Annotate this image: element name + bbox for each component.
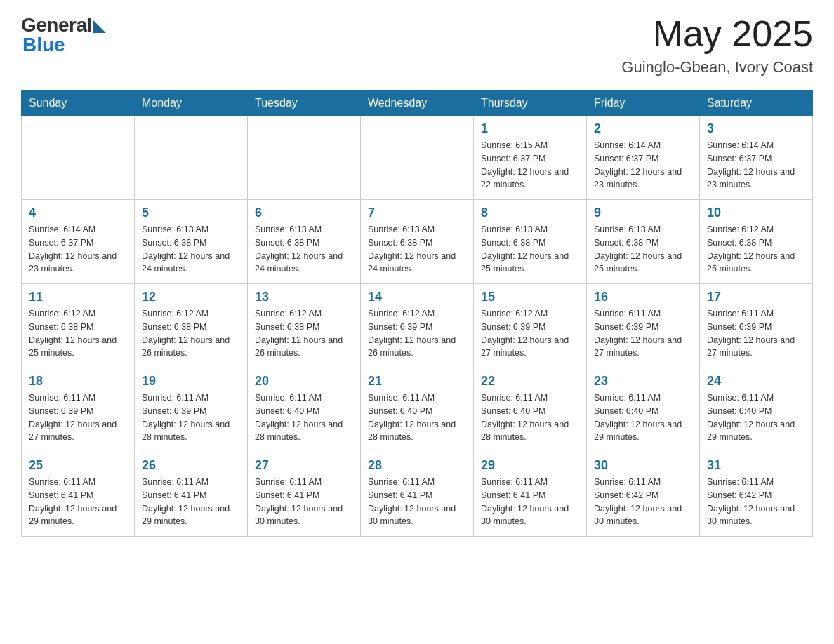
calendar-cell: 8Sunrise: 6:13 AMSunset: 6:38 PMDaylight… — [474, 200, 587, 284]
calendar-cell: 2Sunrise: 6:14 AMSunset: 6:37 PMDaylight… — [587, 116, 700, 200]
day-number: 30 — [594, 458, 692, 473]
day-info: Sunrise: 6:12 AMSunset: 6:38 PMDaylight:… — [142, 307, 240, 360]
calendar-cell: 12Sunrise: 6:12 AMSunset: 6:38 PMDayligh… — [135, 284, 248, 368]
week-row-1: 1Sunrise: 6:15 AMSunset: 6:37 PMDaylight… — [22, 116, 813, 200]
day-number: 16 — [594, 290, 692, 304]
day-number: 22 — [481, 374, 579, 389]
calendar-cell: 20Sunrise: 6:11 AMSunset: 6:40 PMDayligh… — [248, 368, 361, 452]
day-number: 4 — [29, 206, 127, 220]
day-info: Sunrise: 6:14 AMSunset: 6:37 PMDaylight:… — [29, 223, 127, 276]
calendar-cell: 19Sunrise: 6:11 AMSunset: 6:39 PMDayligh… — [135, 368, 248, 452]
day-number: 1 — [481, 121, 579, 136]
title-block: May 2025 Guinglo-Gbean, Ivory Coast — [621, 14, 813, 76]
calendar-header-wednesday: Wednesday — [361, 91, 474, 116]
day-number: 14 — [368, 290, 466, 304]
logo-arrow-icon — [93, 20, 106, 33]
calendar-cell: 11Sunrise: 6:12 AMSunset: 6:38 PMDayligh… — [22, 284, 135, 368]
week-row-4: 18Sunrise: 6:11 AMSunset: 6:39 PMDayligh… — [22, 368, 813, 452]
calendar-cell: 5Sunrise: 6:13 AMSunset: 6:38 PMDaylight… — [135, 200, 248, 284]
day-number: 31 — [707, 458, 805, 473]
day-info: Sunrise: 6:11 AMSunset: 6:40 PMDaylight:… — [255, 391, 353, 444]
logo: General Blue — [21, 14, 106, 56]
day-info: Sunrise: 6:11 AMSunset: 6:39 PMDaylight:… — [594, 307, 692, 360]
day-number: 26 — [142, 458, 240, 473]
day-info: Sunrise: 6:15 AMSunset: 6:37 PMDaylight:… — [481, 139, 579, 192]
calendar-cell: 31Sunrise: 6:11 AMSunset: 6:42 PMDayligh… — [700, 452, 813, 537]
day-number: 15 — [481, 290, 579, 304]
day-info: Sunrise: 6:14 AMSunset: 6:37 PMDaylight:… — [707, 139, 805, 192]
calendar-header-monday: Monday — [135, 91, 248, 116]
calendar-cell: 1Sunrise: 6:15 AMSunset: 6:37 PMDaylight… — [474, 116, 587, 200]
calendar-cell — [135, 116, 248, 200]
calendar-cell — [248, 116, 361, 200]
day-info: Sunrise: 6:11 AMSunset: 6:40 PMDaylight:… — [368, 391, 466, 444]
day-info: Sunrise: 6:11 AMSunset: 6:40 PMDaylight:… — [594, 391, 692, 444]
day-number: 19 — [142, 374, 240, 389]
day-number: 18 — [29, 374, 127, 389]
day-number: 20 — [255, 374, 353, 389]
day-info: Sunrise: 6:11 AMSunset: 6:39 PMDaylight:… — [142, 391, 240, 444]
day-number: 5 — [142, 206, 240, 220]
day-number: 7 — [368, 206, 466, 220]
calendar-cell: 26Sunrise: 6:11 AMSunset: 6:41 PMDayligh… — [135, 452, 248, 537]
calendar-cell: 9Sunrise: 6:13 AMSunset: 6:38 PMDaylight… — [587, 200, 700, 284]
calendar-cell: 16Sunrise: 6:11 AMSunset: 6:39 PMDayligh… — [587, 284, 700, 368]
calendar-cell: 22Sunrise: 6:11 AMSunset: 6:40 PMDayligh… — [474, 368, 587, 452]
day-number: 12 — [142, 290, 240, 304]
week-row-5: 25Sunrise: 6:11 AMSunset: 6:41 PMDayligh… — [22, 452, 813, 537]
day-info: Sunrise: 6:12 AMSunset: 6:38 PMDaylight:… — [255, 307, 353, 360]
day-info: Sunrise: 6:11 AMSunset: 6:39 PMDaylight:… — [29, 391, 127, 444]
calendar-cell: 18Sunrise: 6:11 AMSunset: 6:39 PMDayligh… — [22, 368, 135, 452]
calendar-cell: 15Sunrise: 6:12 AMSunset: 6:39 PMDayligh… — [474, 284, 587, 368]
calendar-cell — [361, 116, 474, 200]
calendar-header-saturday: Saturday — [700, 91, 813, 116]
calendar-cell: 28Sunrise: 6:11 AMSunset: 6:41 PMDayligh… — [361, 452, 474, 537]
day-number: 17 — [707, 290, 805, 304]
calendar-cell: 17Sunrise: 6:11 AMSunset: 6:39 PMDayligh… — [700, 284, 813, 368]
page-header: General Blue May 2025 Guinglo-Gbean, Ivo… — [21, 14, 813, 76]
week-row-2: 4Sunrise: 6:14 AMSunset: 6:37 PMDaylight… — [22, 200, 813, 284]
day-info: Sunrise: 6:13 AMSunset: 6:38 PMDaylight:… — [368, 223, 466, 276]
day-number: 25 — [29, 458, 127, 473]
day-info: Sunrise: 6:11 AMSunset: 6:40 PMDaylight:… — [481, 391, 579, 444]
day-number: 10 — [707, 206, 805, 220]
calendar-cell: 3Sunrise: 6:14 AMSunset: 6:37 PMDaylight… — [700, 116, 813, 200]
day-info: Sunrise: 6:11 AMSunset: 6:41 PMDaylight:… — [368, 476, 466, 528]
calendar-cell — [22, 116, 135, 200]
day-number: 2 — [594, 121, 692, 136]
day-number: 21 — [368, 374, 466, 389]
day-info: Sunrise: 6:12 AMSunset: 6:38 PMDaylight:… — [707, 223, 805, 276]
day-number: 3 — [707, 121, 805, 136]
calendar-cell: 14Sunrise: 6:12 AMSunset: 6:39 PMDayligh… — [361, 284, 474, 368]
day-number: 8 — [481, 206, 579, 220]
calendar-cell: 27Sunrise: 6:11 AMSunset: 6:41 PMDayligh… — [248, 452, 361, 537]
calendar-header-tuesday: Tuesday — [248, 91, 361, 116]
calendar-cell: 25Sunrise: 6:11 AMSunset: 6:41 PMDayligh… — [22, 452, 135, 537]
subtitle: Guinglo-Gbean, Ivory Coast — [621, 58, 813, 76]
day-number: 6 — [255, 206, 353, 220]
day-info: Sunrise: 6:11 AMSunset: 6:41 PMDaylight:… — [481, 476, 579, 528]
day-number: 29 — [481, 458, 579, 473]
calendar-header-thursday: Thursday — [474, 91, 587, 116]
calendar-cell: 24Sunrise: 6:11 AMSunset: 6:40 PMDayligh… — [700, 368, 813, 452]
day-number: 24 — [707, 374, 805, 389]
day-number: 27 — [255, 458, 353, 473]
calendar-cell: 23Sunrise: 6:11 AMSunset: 6:40 PMDayligh… — [587, 368, 700, 452]
calendar-table: SundayMondayTuesdayWednesdayThursdayFrid… — [21, 90, 813, 537]
main-title: May 2025 — [621, 14, 813, 54]
day-number: 28 — [368, 458, 466, 473]
day-info: Sunrise: 6:13 AMSunset: 6:38 PMDaylight:… — [255, 223, 353, 276]
day-number: 11 — [29, 290, 127, 304]
day-info: Sunrise: 6:12 AMSunset: 6:39 PMDaylight:… — [481, 307, 579, 360]
calendar-header-sunday: Sunday — [22, 91, 135, 116]
calendar-cell: 10Sunrise: 6:12 AMSunset: 6:38 PMDayligh… — [700, 200, 813, 284]
day-info: Sunrise: 6:11 AMSunset: 6:42 PMDaylight:… — [707, 476, 805, 528]
day-info: Sunrise: 6:11 AMSunset: 6:41 PMDaylight:… — [142, 476, 240, 528]
day-info: Sunrise: 6:11 AMSunset: 6:41 PMDaylight:… — [29, 476, 127, 528]
calendar-header-row: SundayMondayTuesdayWednesdayThursdayFrid… — [22, 91, 813, 116]
day-number: 13 — [255, 290, 353, 304]
day-number: 9 — [594, 206, 692, 220]
day-info: Sunrise: 6:12 AMSunset: 6:39 PMDaylight:… — [368, 307, 466, 360]
calendar-cell: 4Sunrise: 6:14 AMSunset: 6:37 PMDaylight… — [22, 200, 135, 284]
day-info: Sunrise: 6:13 AMSunset: 6:38 PMDaylight:… — [142, 223, 240, 276]
